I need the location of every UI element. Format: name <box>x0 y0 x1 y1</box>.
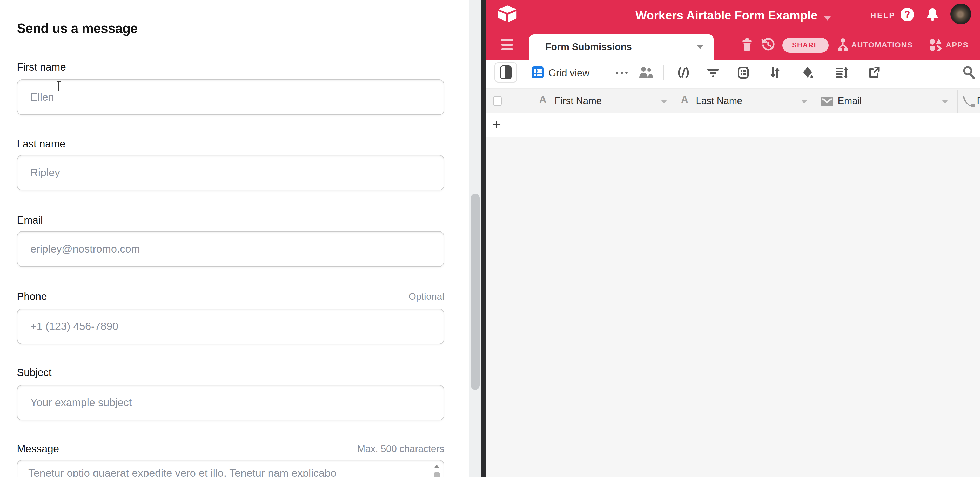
email-input[interactable]: eripley@nostromo.com <box>17 231 444 267</box>
history-icon[interactable] <box>761 38 775 51</box>
last-name-placeholder: Ripley <box>30 166 60 179</box>
page-scrollbar-thumb[interactable] <box>471 193 480 390</box>
email-placeholder: eripley@nostromo.com <box>30 243 140 255</box>
select-all-checkbox[interactable] <box>493 96 502 106</box>
field-type-email-icon <box>821 97 833 106</box>
field-type-text-icon: A <box>681 94 688 106</box>
pane-divider <box>481 0 486 477</box>
add-row-button[interactable]: + <box>492 115 501 135</box>
automations-icon[interactable] <box>837 38 849 52</box>
subject-placeholder: Your example subject <box>30 396 132 409</box>
column-divider[interactable] <box>817 90 817 113</box>
search-icon[interactable] <box>962 65 975 79</box>
column-divider[interactable] <box>958 90 958 113</box>
automations-button[interactable]: AUTOMATIONS <box>851 41 913 49</box>
first-name-placeholder: Ellen <box>30 91 54 103</box>
view-options-ellipsis-icon[interactable] <box>616 71 628 74</box>
apps-icon[interactable] <box>930 38 943 51</box>
phone-optional-note: Optional <box>337 291 444 302</box>
sort-icon[interactable] <box>769 67 781 79</box>
hide-fields-icon[interactable] <box>677 67 690 79</box>
field-type-phone-icon <box>963 95 975 108</box>
menu-hamburger-icon[interactable] <box>501 39 513 50</box>
phone-placeholder: +1 (123) 456-7890 <box>30 320 118 333</box>
column-divider <box>676 113 676 137</box>
column-caret-icon[interactable] <box>661 100 667 103</box>
column-divider <box>676 137 676 477</box>
table-tab-label: Form Submissions <box>545 41 697 52</box>
apps-button[interactable]: APPS <box>946 41 969 49</box>
grid-view-icon <box>532 67 544 78</box>
share-view-icon[interactable] <box>867 67 880 79</box>
trash-icon[interactable] <box>741 38 754 51</box>
sidebar-toggle-icon <box>500 65 512 79</box>
color-icon[interactable] <box>801 66 814 79</box>
textarea-scroll-up-icon[interactable] <box>434 464 440 468</box>
help-question-icon[interactable]: ? <box>900 8 914 21</box>
field-type-text-icon: A <box>539 94 547 106</box>
user-avatar[interactable] <box>950 4 971 24</box>
table-tab-form-submissions[interactable]: Form Submissions <box>529 34 714 60</box>
phone-label: Phone <box>17 291 47 302</box>
help-button[interactable]: HELP <box>870 11 895 20</box>
message-label: Message <box>17 443 59 455</box>
subject-label: Subject <box>17 367 51 379</box>
first-name-input[interactable]: Ellen <box>17 79 444 115</box>
contact-form-pane: Send us a message First name Ellen Last … <box>0 0 469 477</box>
column-header-phone[interactable]: Phone <box>977 95 980 106</box>
base-title[interactable]: Workers Airtable Form Example <box>635 8 818 22</box>
message-placeholder: Tenetur optio quaerat expedite vero et i… <box>28 467 337 477</box>
view-name[interactable]: Grid view <box>549 68 589 79</box>
first-name-label: First name <box>17 61 66 73</box>
column-header-last-name[interactable]: Last Name <box>696 95 742 106</box>
row-height-icon[interactable] <box>835 67 848 79</box>
table-tab-caret-icon <box>697 45 703 49</box>
last-name-input[interactable]: Ripley <box>17 155 444 190</box>
subject-input[interactable]: Your example subject <box>17 385 444 420</box>
column-header-email[interactable]: Email <box>838 95 862 106</box>
grid-empty-area <box>486 137 980 477</box>
group-icon[interactable] <box>737 67 749 79</box>
column-caret-icon[interactable] <box>801 100 807 103</box>
collaborators-icon[interactable] <box>638 66 653 79</box>
view-sidebar-toggle-button[interactable] <box>495 62 517 82</box>
filter-icon[interactable] <box>707 67 719 79</box>
email-label: Email <box>17 214 43 226</box>
textarea-scrollbar-thumb[interactable] <box>434 472 440 477</box>
base-title-caret-icon <box>824 16 831 21</box>
last-name-label: Last name <box>17 138 65 150</box>
message-maxchars-note: Max. 500 characters <box>286 444 444 455</box>
column-header-first-name[interactable]: First Name <box>555 95 602 106</box>
column-caret-icon[interactable] <box>942 100 948 103</box>
notifications-bell-icon[interactable] <box>926 7 939 21</box>
column-divider[interactable] <box>676 90 676 113</box>
form-title: Send us a message <box>17 21 138 36</box>
phone-input[interactable]: +1 (123) 456-7890 <box>17 309 444 344</box>
share-button[interactable]: SHARE <box>783 38 829 53</box>
text-cursor <box>56 81 62 91</box>
viewbar-divider <box>663 65 664 80</box>
